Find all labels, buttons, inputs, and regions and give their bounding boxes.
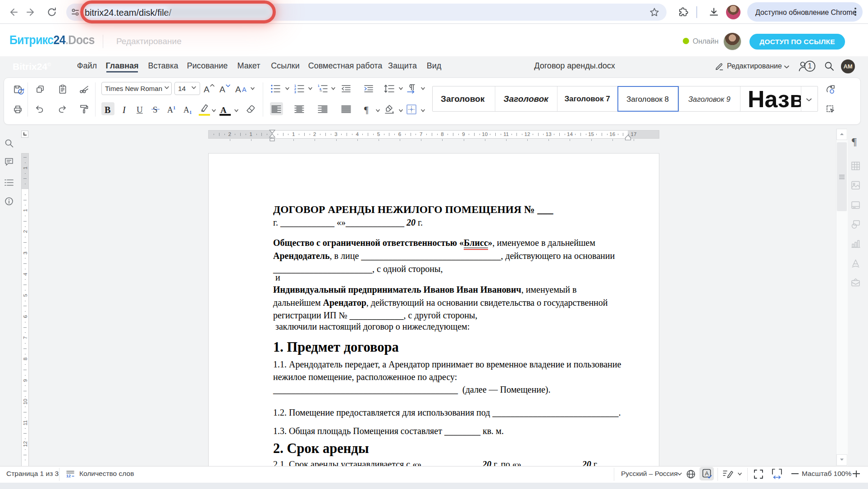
svg-text:1: 1	[318, 84, 320, 87]
svg-text:3: 3	[294, 91, 296, 94]
svg-text:a: a	[320, 87, 321, 91]
svg-text:12: 12	[66, 474, 71, 478]
svg-text:1: 1	[294, 84, 296, 87]
svg-text:2: 2	[294, 87, 296, 91]
svg-text:A: A	[705, 470, 709, 477]
